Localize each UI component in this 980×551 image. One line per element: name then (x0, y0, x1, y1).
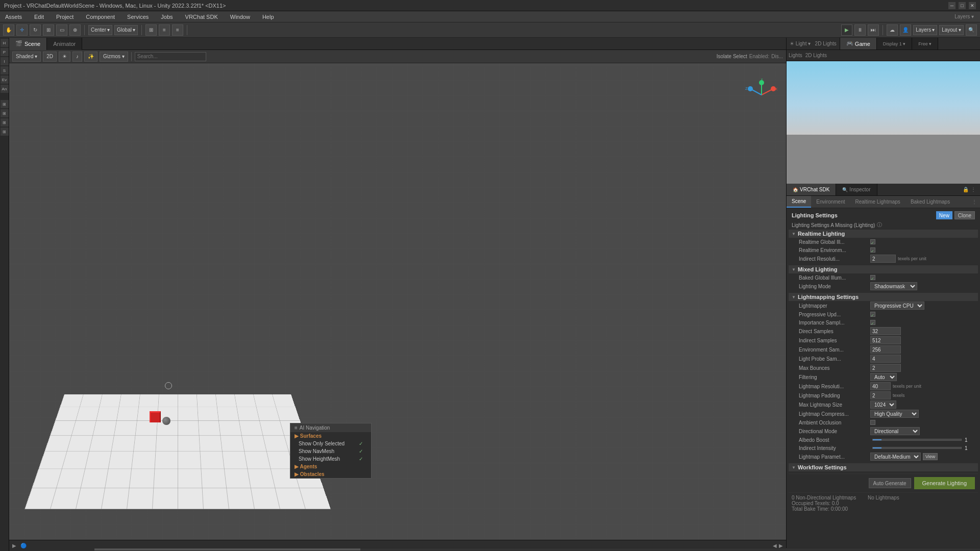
tab-realtime-lightmaps[interactable]: Realtime Lightmaps (850, 196, 905, 208)
lighting-toggle[interactable]: ☀ (59, 52, 70, 62)
generate-lighting-button[interactable]: Generate Lighting (914, 477, 975, 489)
lightmap-resolution-input[interactable] (870, 382, 891, 390)
2d-toggle[interactable]: 2D (43, 52, 57, 62)
view-layers[interactable]: ⊞ (145, 24, 157, 36)
realtime-lighting-header[interactable]: Realtime Lighting (789, 230, 978, 238)
tool-universal[interactable]: ⊕ (69, 24, 81, 36)
lightmapper-dropdown[interactable]: Progressive CPU Progressive GPU (870, 302, 924, 310)
lighting-mode-dropdown[interactable]: Shadowmask Baked Indirect Subtractive (870, 282, 917, 290)
menu-jobs[interactable]: Jobs (158, 13, 176, 21)
assets-scrollbar[interactable] (94, 548, 980, 551)
environment-samples-input[interactable] (870, 345, 901, 354)
tab-vrchat-sdk[interactable]: 🏠 VRChat SDK (787, 184, 836, 195)
lighting-options-button[interactable]: ⋮ (972, 199, 977, 205)
ai-nav-show-navmesh[interactable]: Show NavMesh ✓ (290, 447, 371, 455)
menu-edit[interactable]: Edit (31, 13, 47, 21)
audio-toggle[interactable]: ♪ (72, 52, 82, 62)
pivot-dropdown[interactable]: Center ▾ (88, 25, 112, 35)
tool1-icon[interactable]: ⊞ (1, 100, 9, 108)
shading-dropdown[interactable]: Shaded ▾ (12, 52, 41, 62)
ai-nav-show-only-selected[interactable]: Show Only Selected ✓ (290, 440, 371, 447)
lightmap-compress-dropdown[interactable]: High Quality Normal Quality (870, 410, 919, 418)
auto-generate-button[interactable]: Auto Generate (869, 478, 911, 488)
maximize-button[interactable]: □ (959, 2, 966, 9)
menu-component[interactable]: Component (83, 13, 118, 21)
clone-lighting-button[interactable]: Clone (954, 211, 975, 219)
progressive-update-check[interactable] (870, 312, 875, 317)
view-extra[interactable]: ≡ (172, 24, 183, 36)
tab-animator[interactable]: Animator (47, 38, 82, 50)
collab-button[interactable]: ☁ (887, 24, 898, 36)
menu-help[interactable]: Help (259, 13, 277, 21)
baked-global-row: Baked Global Illum... (789, 273, 978, 282)
layers-button[interactable]: Layers ▾ (913, 25, 937, 35)
tool-rotate[interactable]: ↻ (30, 24, 41, 36)
menu-project[interactable]: Project (53, 13, 77, 21)
directional-mode-dropdown[interactable]: Directional Non-Directional (870, 427, 920, 435)
layers-dropdown[interactable]: Layers ▾ (954, 14, 974, 19)
inspector-icon[interactable]: I (1, 57, 9, 65)
viewport-3d[interactable]: X Y Z ≡ AI Navigation ▶ Surfaces Show On… (9, 63, 786, 540)
scene-search-input[interactable] (135, 52, 206, 61)
tab-lighting-scene[interactable]: Scene (787, 196, 811, 208)
tab-resolution[interactable]: Free ▾ (912, 38, 938, 49)
menu-services[interactable]: Services (124, 13, 152, 21)
importance-sampling-check[interactable] (870, 320, 875, 325)
tab-inspector[interactable]: 🔍 Inspector (836, 184, 877, 195)
new-lighting-button[interactable]: New (936, 211, 952, 219)
filtering-dropdown[interactable]: Auto None (870, 373, 897, 381)
gizmos-btn[interactable]: Gizmos ▾ (100, 52, 128, 62)
menu-window[interactable]: Window (227, 13, 253, 21)
indirect-resolution-input[interactable] (870, 255, 896, 263)
max-bounces-input[interactable] (870, 364, 901, 372)
layout-button[interactable]: Layout ▾ (939, 25, 964, 35)
max-lightmap-size-dropdown[interactable]: 1024 2048 4096 (870, 400, 896, 409)
ambient-occlusion-check[interactable] (870, 420, 875, 425)
light-probe-input[interactable] (870, 355, 901, 363)
tab-lighting-environment[interactable]: Environment (811, 196, 850, 208)
realtime-environ-check[interactable] (870, 247, 875, 253)
tool-rect[interactable]: ▭ (56, 24, 67, 36)
scene-icon[interactable]: S (1, 66, 9, 74)
step-button[interactable]: ⏭ (868, 24, 879, 36)
lightmap-params-dropdown[interactable]: Default-Medium (870, 453, 921, 461)
workflow-settings-header[interactable]: Workflow Settings (789, 463, 978, 471)
tab-scene[interactable]: 🎬 Scene (9, 38, 47, 50)
tool-hand[interactable]: ✋ (3, 24, 14, 36)
play-button[interactable]: ▶ (841, 24, 852, 36)
hierarchy-icon[interactable]: H (1, 39, 9, 47)
tool3-icon[interactable]: ⊞ (1, 118, 9, 127)
view-mode[interactable]: ≡ (159, 24, 170, 36)
minimize-button[interactable]: ─ (948, 2, 955, 9)
mixed-lighting-header[interactable]: Mixed Lighting (789, 265, 978, 273)
indirect-samples-input[interactable] (870, 336, 901, 344)
tool-move[interactable]: ✛ (16, 24, 28, 36)
tool4-icon[interactable]: ⊞ (1, 128, 9, 136)
lightmap-padding-input[interactable] (870, 391, 891, 399)
tab-baked-lightmaps[interactable]: Baked Lightmaps (905, 196, 955, 208)
space-dropdown[interactable]: Global ▾ (114, 25, 138, 35)
more-options-button[interactable]: ⋮ (971, 187, 976, 192)
account-button[interactable]: 👤 (900, 24, 911, 36)
pause-button[interactable]: ⏸ (854, 24, 866, 36)
lock-button[interactable]: 🔒 (963, 187, 969, 192)
project-icon[interactable]: P (1, 48, 9, 56)
tool2-icon[interactable]: ⊞ (1, 109, 9, 117)
search-button[interactable]: 🔍 (966, 24, 977, 36)
ai-nav-show-heightmesh[interactable]: Show HeightMesh ✓ (290, 455, 371, 463)
realtime-global-check[interactable] (870, 239, 875, 244)
close-button[interactable]: ✕ (969, 2, 976, 9)
tab-display[interactable]: Display 1 ▾ (877, 38, 913, 49)
view-lightmap-params-button[interactable]: View (923, 453, 938, 460)
ev-icon[interactable]: Ev (1, 76, 9, 84)
tool-scale[interactable]: ⊞ (43, 24, 54, 36)
baked-global-check[interactable] (870, 275, 875, 280)
direct-samples-input[interactable] (870, 327, 901, 335)
menu-assets[interactable]: Assets (2, 13, 25, 21)
fx-toggle[interactable]: ✨ (84, 52, 97, 62)
lightmapping-header[interactable]: Lightmapping Settings (789, 293, 978, 301)
tab-game[interactable]: 🎮 Game (840, 38, 877, 49)
lightmapping-settings-section: Lightmapping Settings Lightmapper Progre… (789, 293, 978, 461)
anim-icon[interactable]: An (1, 85, 9, 93)
menu-vrchat-sdk[interactable]: VRChat SDK (182, 13, 221, 21)
